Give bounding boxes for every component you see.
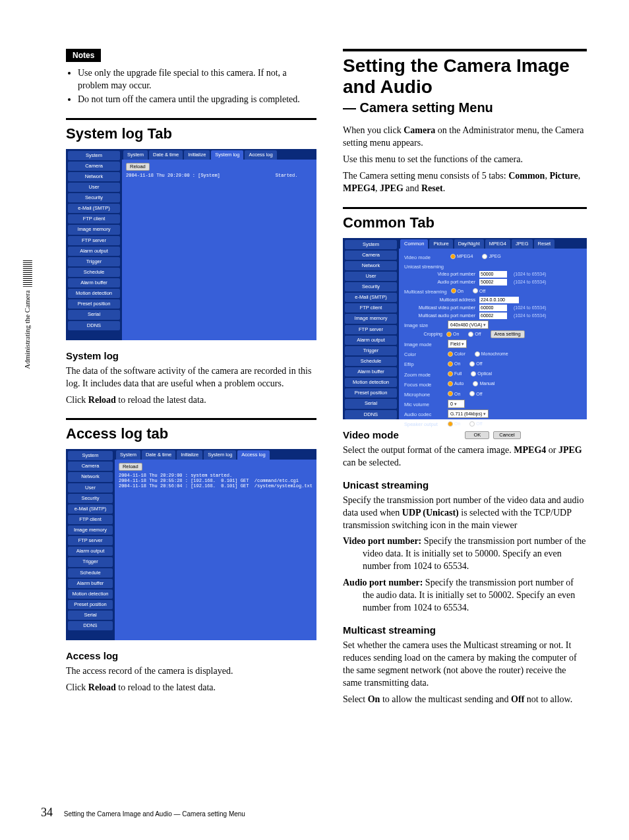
tab[interactable]: Picture bbox=[429, 239, 452, 249]
tab[interactable]: Date & time bbox=[142, 450, 175, 460]
sidebar-item[interactable]: Trigger bbox=[345, 346, 397, 355]
radio-eflip-on[interactable]: On bbox=[448, 361, 460, 367]
sidebar-item[interactable]: System bbox=[345, 240, 397, 249]
multicast-addr-input[interactable]: 224.0.0.100 bbox=[479, 297, 519, 303]
sidebar-item[interactable]: System bbox=[68, 151, 120, 160]
sidebar-item[interactable]: Image memory bbox=[68, 525, 113, 535]
sidebar-item[interactable]: Serial bbox=[68, 611, 113, 620]
reload-button[interactable]: Reload bbox=[126, 163, 150, 171]
tab[interactable]: System bbox=[116, 450, 140, 460]
sidebar-item[interactable]: FTP client bbox=[68, 515, 113, 524]
radio-crop-on[interactable]: On bbox=[446, 331, 459, 337]
radio-spk-off[interactable]: Off bbox=[469, 421, 482, 427]
radio-zoom-opt[interactable]: Optical bbox=[471, 371, 492, 376]
radio-crop-off[interactable]: Off bbox=[468, 331, 481, 337]
image-mode-select[interactable]: Field bbox=[448, 340, 467, 348]
radio-multicast-off[interactable]: Off bbox=[473, 288, 485, 294]
audio-port-input[interactable]: 50002 bbox=[479, 279, 507, 285]
sidebar-item[interactable]: Security bbox=[345, 282, 397, 291]
audio-codec-select[interactable]: G.711 (64kbps) bbox=[448, 409, 489, 418]
sidebar-item[interactable]: e-Mail (SMTP) bbox=[345, 293, 397, 302]
mic-volume-select[interactable]: 0 bbox=[448, 400, 465, 408]
sidebar-item[interactable]: Security bbox=[68, 193, 120, 202]
sidebar-item[interactable]: Schedule bbox=[345, 357, 397, 366]
radio-spk-on[interactable]: On bbox=[448, 421, 460, 427]
sidebar-item[interactable]: Camera bbox=[68, 462, 113, 471]
sidebar-item[interactable]: Alarm buffer bbox=[68, 278, 120, 287]
sidebar-item[interactable]: DDNS bbox=[345, 410, 397, 419]
reload-button[interactable]: Reload bbox=[119, 463, 142, 471]
sidebar-item[interactable]: Security bbox=[68, 494, 113, 503]
sidebar-item[interactable]: Network bbox=[68, 472, 113, 481]
sidebar-item[interactable]: User bbox=[68, 483, 113, 493]
image-size-select[interactable]: 640x480 (VGA) bbox=[448, 320, 489, 329]
radio-focus-man[interactable]: Manual bbox=[473, 380, 494, 386]
radio-color[interactable]: Color bbox=[448, 351, 465, 357]
video-port-input[interactable]: 50000 bbox=[479, 271, 507, 278]
sidebar-item[interactable]: Alarm output bbox=[68, 547, 113, 556]
sidebar-item[interactable]: Schedule bbox=[68, 268, 120, 277]
tab[interactable]: System log bbox=[204, 450, 236, 460]
radio-mono[interactable]: Monochrome bbox=[475, 351, 508, 357]
ok-button[interactable]: OK bbox=[465, 431, 489, 439]
sidebar-item[interactable]: Schedule bbox=[68, 568, 113, 578]
sidebar-item[interactable]: Alarm buffer bbox=[68, 579, 113, 588]
area-setting-button[interactable]: Area setting bbox=[491, 330, 525, 338]
sidebar-item[interactable]: Trigger bbox=[68, 257, 120, 266]
sidebar-item[interactable]: Serial bbox=[68, 310, 120, 319]
radio-focus-auto[interactable]: Auto bbox=[448, 380, 464, 386]
tab[interactable]: System log bbox=[211, 150, 243, 160]
sidebar-item[interactable]: DDNS bbox=[68, 621, 113, 630]
tab[interactable]: Initialize bbox=[177, 450, 202, 460]
tab[interactable]: Date & time bbox=[149, 150, 183, 160]
sidebar-item[interactable]: Trigger bbox=[68, 557, 113, 566]
radio-mpeg4[interactable]: MPEG4 bbox=[450, 253, 473, 259]
sidebar-item[interactable]: Motion detection bbox=[345, 378, 397, 387]
tab[interactable]: Reset bbox=[534, 239, 555, 249]
sidebar-item[interactable]: Motion detection bbox=[68, 289, 120, 298]
sidebar-item[interactable]: FTP client bbox=[345, 303, 397, 313]
sidebar-item[interactable]: Alarm output bbox=[68, 247, 120, 256]
tab[interactable]: Day/Night bbox=[454, 239, 484, 249]
sidebar-item[interactable]: Camera bbox=[345, 251, 397, 260]
tab[interactable]: MPEG4 bbox=[485, 239, 510, 249]
radio-jpeg[interactable]: JPEG bbox=[482, 253, 500, 259]
sidebar-item[interactable]: Alarm buffer bbox=[345, 367, 397, 376]
tab[interactable]: Access log bbox=[237, 450, 269, 460]
sidebar-item[interactable]: Alarm output bbox=[345, 336, 397, 345]
sidebar-item[interactable]: e-Mail (SMTP) bbox=[68, 504, 113, 514]
sidebar-item[interactable]: Network bbox=[68, 172, 120, 181]
sidebar-item[interactable]: System bbox=[68, 451, 113, 460]
sidebar-item[interactable]: FTP server bbox=[68, 236, 120, 245]
sidebar-item[interactable]: Image memory bbox=[345, 314, 397, 323]
heading-access-log: Access log bbox=[66, 649, 316, 663]
sidebar-item[interactable]: Preset position bbox=[68, 299, 120, 309]
multicast-aport-input[interactable]: 60002 bbox=[479, 313, 507, 319]
radio-mic-off[interactable]: Off bbox=[469, 391, 482, 397]
sidebar-item[interactable]: User bbox=[345, 272, 397, 281]
cancel-button[interactable]: Cancel bbox=[493, 431, 520, 439]
sidebar-item[interactable]: FTP server bbox=[345, 325, 397, 334]
radio-multicast-on[interactable]: On bbox=[451, 288, 464, 294]
sidebar-item[interactable]: Motion detection bbox=[68, 589, 113, 599]
sidebar-item[interactable]: Image memory bbox=[68, 225, 120, 234]
radio-eflip-off[interactable]: Off bbox=[469, 361, 482, 367]
tab[interactable]: Access log bbox=[245, 150, 276, 160]
sidebar-item[interactable]: e-Mail (SMTP) bbox=[68, 204, 120, 213]
tab[interactable]: System bbox=[123, 150, 148, 160]
sidebar-item[interactable]: Camera bbox=[68, 162, 120, 171]
tab[interactable]: JPEG bbox=[512, 239, 533, 249]
sidebar-item[interactable]: DDNS bbox=[68, 321, 120, 330]
tab[interactable]: Common bbox=[400, 239, 428, 249]
sidebar-item[interactable]: FTP server bbox=[68, 536, 113, 545]
sidebar-item[interactable]: Preset position bbox=[68, 600, 113, 609]
multicast-vport-input[interactable]: 60000 bbox=[479, 305, 507, 311]
tab[interactable]: Initialize bbox=[184, 150, 210, 160]
sidebar-item[interactable]: Preset position bbox=[345, 388, 397, 398]
sidebar-item[interactable]: Network bbox=[345, 261, 397, 270]
radio-mic-on[interactable]: On bbox=[448, 391, 460, 397]
sidebar-item[interactable]: User bbox=[68, 183, 120, 192]
sidebar-item[interactable]: Serial bbox=[345, 399, 397, 408]
radio-zoom-full[interactable]: Full bbox=[448, 371, 462, 376]
sidebar-item[interactable]: FTP client bbox=[68, 214, 120, 224]
